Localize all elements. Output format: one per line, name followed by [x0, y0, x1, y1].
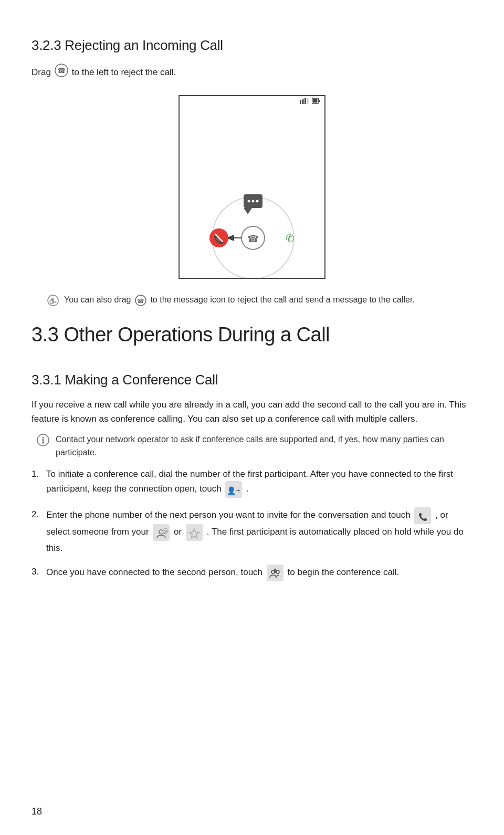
drag-text-prefix: Drag [32, 66, 51, 79]
svg-text:📞: 📞 [214, 234, 224, 244]
phone-mockup-container: ☎ 📞 ✆ [32, 95, 472, 279]
list-text-2-before: Enter the phone number of the next perso… [46, 510, 411, 520]
section-heading-33: 3.3 Other Operations During a Call [32, 319, 472, 350]
section-heading-331: 3.3.1 Making a Conference Call [32, 369, 472, 390]
list-number-1: 1. [32, 467, 46, 481]
list-item-1: 1. To initiate a conference call, dial t… [32, 467, 472, 498]
numbered-list: 1. To initiate a conference call, dial t… [32, 467, 472, 581]
merge-calls-icon [267, 565, 284, 581]
svg-text:✆: ✆ [286, 233, 295, 244]
svg-point-12 [248, 200, 250, 202]
svg-text:👤+: 👤+ [227, 486, 240, 495]
list-number-2: 2. [32, 507, 46, 521]
svg-point-34 [43, 437, 44, 439]
list-item-2: 2. Enter the phone number of the next pe… [32, 507, 472, 555]
list-content-1: To initiate a conference call, dial the … [46, 467, 472, 498]
svg-text:☎: ☎ [247, 234, 259, 244]
list-text-3-after: to begin the conference call. [288, 568, 400, 578]
svg-point-27 [52, 297, 54, 298]
section-heading-323: 3.2.3 Rejecting an Incoming Call [32, 35, 472, 56]
tip-icon [47, 295, 59, 311]
favorites-icon [186, 524, 203, 541]
section-331-body: If you receive a new call while you are … [32, 398, 472, 426]
contacts-icon: ⟳ [153, 524, 170, 541]
list-text-2-mid2: or [174, 527, 182, 537]
list-text-1-before: To initiate a conference call, dial the … [46, 469, 453, 494]
list-item-3: 3. Once you have connected to the second… [32, 565, 472, 581]
phone-mockup: ☎ 📞 ✆ [178, 95, 326, 279]
phone-circle-icon: ☎ [54, 63, 69, 82]
svg-text:☎: ☎ [137, 298, 144, 304]
list-number-3: 3. [32, 565, 46, 579]
svg-marker-11 [244, 208, 252, 214]
svg-text:☎: ☎ [57, 67, 66, 75]
list-text-3-before: Once you have connected to the second pe… [46, 568, 262, 578]
drag-instruction: Drag ☎ to the left to reject the call. [32, 63, 472, 82]
call-screen-svg: ☎ 📞 ✆ [180, 96, 326, 279]
note-box: Contact your network operator to ask if … [32, 433, 472, 460]
call-icon: 📞 [414, 507, 431, 524]
tip-text: You can also drag ☎ to the message icon … [64, 294, 415, 307]
list-content-2: Enter the phone number of the next perso… [46, 507, 472, 555]
list-text-1-after: . [246, 484, 249, 494]
tip-row: You can also drag ☎ to the message icon … [47, 294, 472, 311]
drag-text-suffix: to the left to reject the call. [72, 66, 176, 79]
svg-text:⟳: ⟳ [164, 529, 167, 534]
svg-point-14 [256, 200, 259, 202]
info-icon [37, 434, 49, 451]
page-number: 18 [32, 805, 42, 819]
note-text: Contact your network operator to ask if … [56, 433, 472, 460]
list-content-3: Once you have connected to the second pe… [46, 565, 472, 581]
svg-point-13 [252, 200, 255, 202]
add-call-icon: 👤+ [225, 481, 242, 498]
svg-text:📞: 📞 [418, 513, 428, 521]
